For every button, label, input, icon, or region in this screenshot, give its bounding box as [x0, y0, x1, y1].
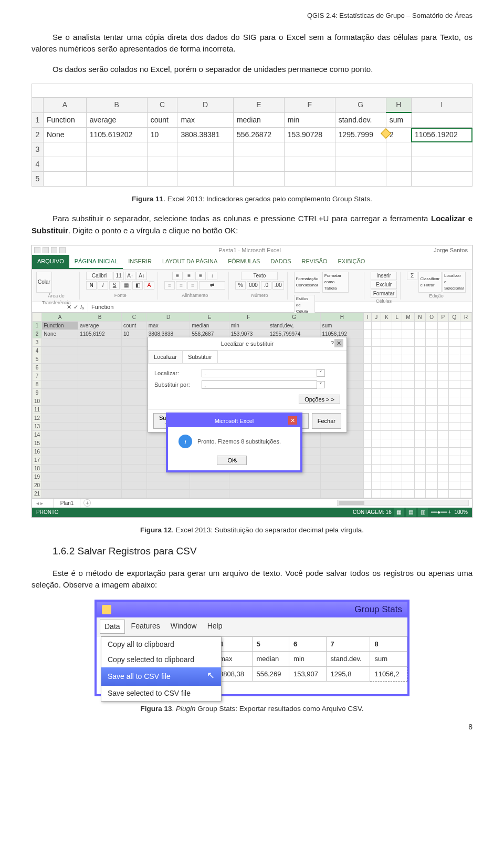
- zoom-value[interactable]: 100%: [454, 508, 468, 516]
- close-icon[interactable]: ✕: [288, 416, 297, 425]
- status-mode: PRONTO: [36, 508, 59, 516]
- menu-item[interactable]: Window: [166, 620, 201, 634]
- qgis-icon: [102, 605, 111, 614]
- tab-replace[interactable]: Substituir: [182, 351, 218, 363]
- formula-value[interactable]: Function: [88, 303, 113, 312]
- ribbon-tab[interactable]: REVISÃO: [297, 255, 333, 269]
- cursor-icon: ↖: [233, 457, 238, 463]
- italic-button[interactable]: I: [98, 281, 108, 290]
- ribbon-tab[interactable]: PÁGINA INICIAL: [69, 255, 123, 269]
- figure-11-caption: Figura 11. Excel 2013: Indicadores gerad…: [32, 194, 472, 204]
- window-title: Pasta1 - Microsoft Excel: [66, 246, 434, 255]
- find-label: Localizar:: [154, 369, 202, 378]
- menu-copy-selected[interactable]: Copy selected to clipboard: [101, 652, 221, 667]
- figure-13-groupstats: Group Stats DataFeaturesWindowHelp Copy …: [94, 600, 410, 696]
- status-count: CONTAGEM: 16: [353, 508, 392, 516]
- font-color-icon[interactable]: A: [144, 281, 154, 290]
- menu-copy-all[interactable]: Copy all to clipboard: [101, 637, 221, 652]
- ribbon-tab[interactable]: LAYOUT DA PÁGINA: [157, 255, 223, 269]
- figure-11: ABCDEFGHI 1Functionaveragecountmaxmedian…: [32, 84, 472, 187]
- figure-13-caption: Figura 13. Plugin Group Stats: Exportar …: [32, 704, 472, 714]
- ribbon-tab[interactable]: FÓRMULAS: [223, 255, 265, 269]
- view-pagebreak-icon[interactable]: ▥: [418, 508, 428, 517]
- fill-color-icon[interactable]: ◧: [132, 281, 143, 290]
- undo-icon[interactable]: [51, 247, 57, 253]
- save-icon[interactable]: [43, 247, 49, 253]
- close-icon[interactable]: ✕: [334, 339, 343, 348]
- border-icon[interactable]: ▦: [121, 281, 131, 290]
- menu-save-selected-csv[interactable]: Save selected to CSV file: [101, 686, 221, 701]
- msg-title: Microsoft Excel✕: [168, 415, 300, 428]
- grow-font-icon[interactable]: A↑: [125, 272, 135, 280]
- sheet-tab-plan1[interactable]: Plan1: [54, 498, 81, 508]
- ribbon-group-alignment: ≡≡≡↕ ≡≡≡⇄ Alinhamento: [163, 272, 229, 300]
- paragraph-2: Os dados serão colados no Excel, porém o…: [32, 64, 472, 76]
- paragraph-1: Se o analista tentar uma cópia direta do…: [32, 32, 472, 55]
- find-input[interactable]: [202, 369, 317, 377]
- ribbon-tab[interactable]: INSERIR: [123, 255, 157, 269]
- ribbon-tabs[interactable]: ARQUIVOPÁGINA INICIALINSERIRLAYOUT DA PÁ…: [32, 255, 472, 270]
- tab-find[interactable]: Localizar: [148, 351, 183, 363]
- msg-text: Pronto. Fizemos 8 substituições.: [197, 437, 281, 446]
- dropdown-icon[interactable]: ˅: [317, 381, 325, 388]
- groupstats-titlebar: Group Stats: [97, 602, 407, 617]
- cursor-icon: ↖: [207, 668, 215, 683]
- page-header: QGIS 2.4: Estatísticas de Grupo – Somató…: [32, 11, 472, 21]
- sheet-tabs[interactable]: ◂ ▸ Plan1 +: [32, 498, 472, 508]
- paste-button[interactable]: Colar: [36, 272, 52, 293]
- page-number: 8: [32, 722, 472, 733]
- help-icon[interactable]: ?: [331, 339, 334, 348]
- ribbon-tab[interactable]: DADOS: [265, 255, 296, 269]
- paragraph-4: Este é o método de exportação para gerar…: [32, 568, 472, 591]
- confirm-icon[interactable]: ✓: [74, 303, 78, 312]
- ribbon-group-clipboard: Colar Área de Transferência: [35, 272, 80, 300]
- ok-button[interactable]: OK: [217, 456, 247, 465]
- cancel-icon[interactable]: ✕: [67, 303, 71, 312]
- info-icon: i: [178, 435, 192, 448]
- data-menu-dropdown[interactable]: Copy all to clipboard Copy selected to c…: [101, 636, 222, 702]
- ribbon-tab[interactable]: EXIBIÇÃO: [332, 255, 370, 269]
- groupstats-menubar[interactable]: DataFeaturesWindowHelp: [97, 617, 407, 636]
- fx-icon[interactable]: fₓ: [80, 303, 85, 312]
- figure-12-excel-window: Pasta1 - Microsoft Excel Jorge Santos AR…: [32, 245, 472, 518]
- groupstats-table: 45678 maxmedianminstand.dev.sum 3808,385…: [215, 636, 407, 682]
- number-format[interactable]: Texto: [241, 272, 278, 280]
- bold-button[interactable]: N: [86, 281, 97, 290]
- groupstats-title: Group Stats: [354, 603, 402, 616]
- user-name: Jorge Santos: [434, 246, 472, 255]
- dialog-title: Localizar e substituir?✕: [148, 337, 346, 351]
- quick-access-toolbar[interactable]: [32, 247, 66, 253]
- view-normal-icon[interactable]: ▦: [394, 508, 404, 517]
- redo-icon[interactable]: [59, 247, 66, 253]
- excel-titlebar: Pasta1 - Microsoft Excel Jorge Santos: [32, 245, 472, 255]
- font-size[interactable]: 11: [113, 272, 124, 280]
- ribbon-group-number: Texto %000.0.00 Número: [234, 272, 288, 300]
- shrink-font-icon[interactable]: A↓: [136, 272, 147, 280]
- dropdown-icon[interactable]: ˅: [317, 369, 325, 377]
- horizontal-scrollbar[interactable]: [337, 500, 469, 506]
- message-dialog[interactable]: Microsoft Excel✕ i Pronto. Fizemos 8 sub…: [166, 413, 302, 473]
- formula-bar[interactable]: ✕✓fₓ Function: [32, 302, 472, 313]
- figure-12-caption: Figura 12. Excel 2013: Substituição do s…: [32, 525, 472, 535]
- worksheet[interactable]: ABCDEFGHIJKLMNOPQR 1Functionaveragecount…: [32, 313, 472, 498]
- underline-button[interactable]: S: [109, 281, 120, 290]
- replace-input[interactable]: [202, 380, 317, 389]
- menu-item[interactable]: Features: [127, 620, 164, 634]
- menu-save-all-csv[interactable]: Save all to CSV file↖: [101, 667, 221, 686]
- ribbon: Colar Área de Transferência Calibri 11 A…: [32, 270, 472, 302]
- font-name[interactable]: Calibri: [86, 272, 112, 280]
- heading-162: 1.6.2 Salvar Registros para CSV: [52, 544, 472, 559]
- menu-item[interactable]: Data: [100, 620, 125, 634]
- options-button[interactable]: Opções > >: [299, 395, 340, 404]
- ribbon-group-cells: Inserir Excluir Formatar Células: [370, 272, 401, 300]
- ribbon-group-font: Calibri 11 A↑ A↓ N I S ▦ ◧ A Fonte: [85, 272, 158, 300]
- paragraph-3: Para substituir o separador, selecione t…: [32, 213, 472, 236]
- add-sheet-icon[interactable]: +: [83, 499, 91, 507]
- ribbon-group-styles: Formatação Condicional Formatar como Tab…: [293, 272, 364, 300]
- close-button[interactable]: Fechar: [312, 413, 341, 429]
- excel-icon: [34, 247, 40, 253]
- view-layout-icon[interactable]: ▤: [406, 508, 416, 517]
- ribbon-tab[interactable]: ARQUIVO: [32, 255, 69, 269]
- status-bar: PRONTO CONTAGEM: 16 ▦ ▤ ▥ ━━●━━ + 100%: [32, 508, 472, 517]
- menu-item[interactable]: Help: [203, 620, 227, 634]
